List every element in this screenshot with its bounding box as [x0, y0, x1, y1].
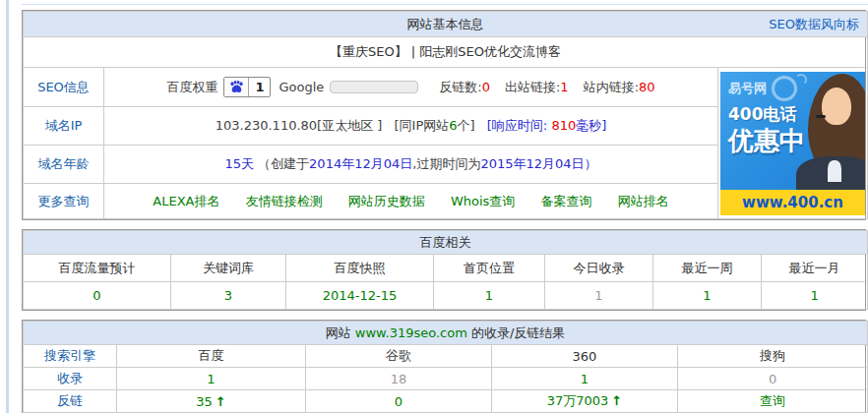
col-baidu-snapshot: 百度快照	[286, 255, 434, 282]
domain-expire-date: 2015年12月04日	[480, 156, 584, 171]
backlink-row: 反链 35↑ 0 37万7003↑ 查询	[24, 390, 868, 413]
same-ip-prefix: [同IP网站	[395, 118, 450, 133]
row-label-domain-age: 域名年龄	[24, 146, 104, 184]
index-backlink-table: 网站 www.319seo.com 的收录/反链结果 搜索引擎 百度 谷歌 36…	[23, 321, 868, 413]
index-backlink-header: 网站 www.319seo.com 的收录/反链结果	[24, 322, 868, 345]
internal-links-value: 80	[639, 80, 655, 94]
col-last-week: 最近一周	[653, 255, 762, 282]
site-title: 【重庆SEO】 | 阳志刚SEO优化交流博客	[24, 37, 868, 68]
backlinks-sogou-query-link[interactable]: 查询	[760, 393, 785, 408]
last-week-value: 1	[653, 282, 762, 310]
ad-logo-ring-icon	[772, 76, 797, 101]
backlinks-google: 0	[306, 390, 492, 413]
domain-ip-cell: 103.230.110.80[亚太地区 ] [同IP网站6个] [响应时间: 8…	[104, 107, 718, 146]
page-left-border	[6, 0, 9, 413]
internal-links-stat: 站内链接:80	[584, 79, 655, 96]
today-indexed-value: 1	[545, 282, 653, 310]
domain-age-cell: 15天 （创建于2014年12月04日,过期时间为2015年12月04日）	[104, 146, 718, 184]
col-keyword-library: 关键词库	[171, 255, 286, 282]
row-label-seo-info: SEO信息	[24, 68, 104, 107]
baidu-columns-row: 百度流量预计 关键词库 百度快照 首页位置 今日收录 最近一周 最近一月	[24, 255, 868, 282]
baidu-weight-label: 百度权重	[166, 79, 217, 96]
basic-info-panel: 网站基本信息 SEO数据风向标 【重庆SEO】 | 阳志刚SEO优化交流博客 S…	[22, 10, 866, 220]
domain-age-days: 15天	[224, 156, 254, 171]
last-month-value: 1	[762, 282, 868, 310]
link-site-rank[interactable]: 网站排名	[618, 194, 669, 208]
response-time-value: 810	[551, 118, 576, 133]
col-baidu-traffic: 百度流量预计	[24, 255, 171, 282]
baidu-values-row: 0 3 2014-12-15 1 1 1 1	[24, 282, 868, 310]
more-queries-cell: ALEXA排名 友情链接检测 网站历史数据 Whois查询 备案查询 网站排名	[104, 184, 718, 219]
backlinks-baidu-value: 35	[196, 394, 213, 409]
baidu-weight-value: 1	[249, 78, 270, 96]
backlink-count-stat: 反链数:0	[439, 79, 490, 96]
domain-created-date: 2014年12月04日	[309, 156, 412, 171]
ip-address: 103.230.110.80	[216, 118, 317, 133]
included-360: 1	[492, 368, 678, 390]
baidu-traffic-value: 0	[24, 282, 171, 310]
page-top-divider	[22, 4, 868, 5]
col-last-month: 最近一月	[762, 255, 868, 282]
main-content: 网站基本信息 SEO数据风向标 【重庆SEO】 | 阳志刚SEO优化交流博客 S…	[22, 10, 866, 413]
engine-google: 谷歌	[306, 345, 492, 368]
same-ip-suffix: 个]	[458, 118, 475, 133]
seo-trend-link[interactable]: SEO数据风向标	[769, 16, 859, 33]
homepage-position-value: 1	[434, 282, 545, 310]
link-site-history[interactable]: 网站历史数据	[348, 194, 425, 208]
response-time-unit: 毫秒]	[576, 118, 606, 133]
backlink-count-value: 0	[482, 80, 490, 94]
backlinks-360-value: 37万7003	[547, 393, 609, 408]
backlinks-baidu[interactable]: 35↑	[117, 390, 306, 413]
outbound-links-stat: 出站链接:1	[505, 79, 569, 96]
engine-header-row: 搜索引擎 百度 谷歌 360 搜狗	[24, 345, 868, 368]
row-label-domain-ip: 域名IP	[24, 107, 104, 146]
engine-sogou: 搜狗	[678, 345, 868, 368]
basic-info-header: 网站基本信息 SEO数据风向标	[24, 12, 868, 37]
included-sogou: 0	[678, 368, 868, 390]
index-title-prefix: 网站	[326, 325, 355, 340]
link-alexa-rank[interactable]: ALEXA排名	[153, 194, 219, 208]
ad-line1: 400电话	[728, 103, 797, 126]
col-today-indexed: 今日收录	[545, 255, 653, 282]
ad-banner-400cn[interactable]: 易号网 400电话 优惠中 www.400.cn	[720, 72, 865, 215]
ad-url-strip: www.400.cn	[720, 190, 865, 215]
col-homepage-position: 首页位置	[434, 255, 545, 282]
index-backlink-panel: 网站 www.319seo.com 的收录/反链结果 搜索引擎 百度 谷歌 36…	[22, 320, 866, 413]
link-whois-query[interactable]: Whois查询	[451, 194, 515, 208]
keyword-library-value: 3	[171, 282, 286, 310]
link-friend-link-check[interactable]: 友情链接检测	[246, 194, 323, 208]
backlink-count-label: 反链数:	[439, 80, 481, 94]
included-row: 收录 1 18 1 0	[24, 368, 868, 390]
row-label-more-queries: 更多查询	[24, 184, 104, 219]
basic-info-table: 网站基本信息 SEO数据风向标 【重庆SEO】 | 阳志刚SEO优化交流博客 S…	[23, 11, 868, 219]
row-label-search-engine: 搜索引擎	[24, 345, 117, 368]
ad-signal-icon	[795, 74, 807, 86]
row-label-backlinks: 反链	[24, 390, 117, 413]
baidu-paw-icon	[224, 78, 249, 96]
same-ip-sites[interactable]: [同IP网站6个]	[395, 118, 475, 133]
engine-360: 360	[492, 345, 678, 368]
ad-headset-mic	[816, 115, 826, 118]
up-arrow-icon: ↑	[216, 394, 226, 409]
response-time-label: [响应时间:	[487, 118, 552, 133]
link-icp-record-query[interactable]: 备案查询	[541, 194, 592, 208]
backlinks-sogou: 查询	[678, 390, 868, 413]
internal-links-label: 站内链接:	[584, 80, 639, 94]
baidu-related-title: 百度相关	[420, 235, 471, 250]
row-label-included: 收录	[24, 368, 117, 390]
panel-title: 网站基本信息	[407, 17, 484, 31]
baidu-related-table: 百度相关 百度流量预计 关键词库 百度快照 首页位置 今日收录 最近一周 最近一…	[23, 230, 868, 310]
index-title-domain: www.319seo.com	[355, 325, 467, 340]
baidu-weight-widget[interactable]: 1	[223, 77, 271, 97]
domain-expire-prefix: ,过期时间为	[412, 156, 480, 171]
engine-baidu: 百度	[117, 345, 306, 368]
baidu-related-header: 百度相关	[24, 231, 868, 255]
outbound-links-label: 出站链接:	[505, 80, 560, 94]
ad-brand-name: 易号网	[728, 80, 767, 97]
ad-banner-cell: 易号网 400电话 优惠中 www.400.cn	[718, 68, 868, 219]
domain-created-prefix: （创建于	[258, 156, 309, 171]
baidu-snapshot-date[interactable]: 2014-12-15	[286, 282, 434, 310]
index-title-suffix: 的收录/反链结果	[467, 325, 566, 340]
backlinks-360[interactable]: 37万7003↑	[492, 390, 678, 413]
response-time: [响应时间: 810毫秒]	[487, 118, 607, 133]
